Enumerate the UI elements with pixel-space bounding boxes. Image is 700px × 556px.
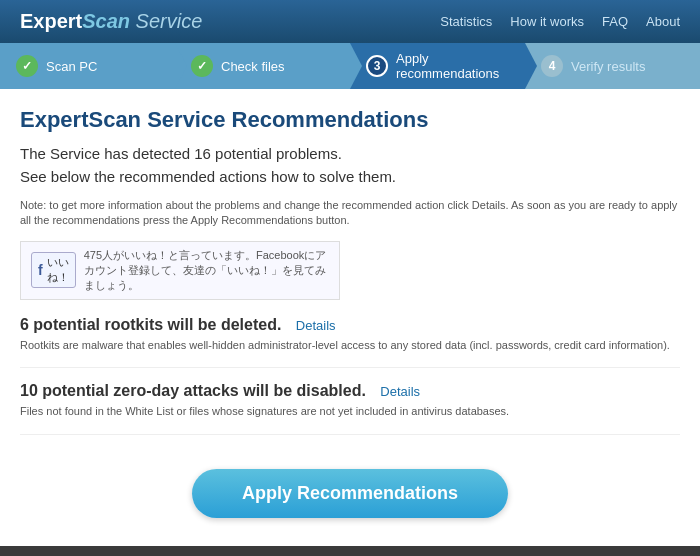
step-3-label: Apply recommendations (396, 51, 509, 81)
note-text: Note: to get more information about the … (20, 198, 680, 229)
step-2-label: Check files (221, 59, 285, 74)
logo-service: Service (130, 10, 202, 32)
header: ExpertScan Service Statistics How it wor… (0, 0, 700, 43)
step-verify-results: 4 Verify results (525, 43, 700, 89)
apply-button-container: Apply Recommendations (20, 449, 680, 528)
page-title: ExpertScan Service Recommendations (20, 107, 680, 133)
rec-zeroday-details-link[interactable]: Details (380, 384, 420, 399)
fb-like-label: いいね！ (47, 255, 69, 285)
step-check-files: Check files (175, 43, 350, 89)
logo: ExpertScan Service (20, 10, 202, 33)
fb-like-button[interactable]: f いいね！ (31, 252, 76, 288)
step-1-label: Scan PC (46, 59, 97, 74)
nav-faq[interactable]: FAQ (602, 14, 628, 29)
step-1-circle (16, 55, 38, 77)
rec-zeroday-title: 10 potential zero-day attacks will be di… (20, 382, 680, 400)
apply-recommendations-button[interactable]: Apply Recommendations (192, 469, 508, 518)
nav-statistics[interactable]: Statistics (440, 14, 492, 29)
subtitle-line1: The Service has detected 16 potential pr… (20, 143, 680, 166)
step-3-circle: 3 (366, 55, 388, 77)
nav-about[interactable]: About (646, 14, 680, 29)
step-apply-recommendations: 3 Apply recommendations (350, 43, 525, 89)
rec-rootkits-title: 6 potential rootkits will be deleted. De… (20, 316, 680, 334)
nav-how-it-works[interactable]: How it works (510, 14, 584, 29)
rec-rootkits-details-link[interactable]: Details (296, 318, 336, 333)
step-2-circle (191, 55, 213, 77)
footer: f t g+ ▶ FileLab All rights reserved © A… (0, 546, 700, 556)
subtitle: The Service has detected 16 potential pr… (20, 143, 680, 188)
subtitle-line2: See below the recommended actions how to… (20, 166, 680, 189)
facebook-icon: f (38, 262, 43, 278)
step-4-circle: 4 (541, 55, 563, 77)
recommendation-rootkits: 6 potential rootkits will be deleted. De… (20, 316, 680, 368)
main-nav: Statistics How it works FAQ About (440, 14, 680, 29)
steps-bar: Scan PC Check files 3 Apply recommendati… (0, 43, 700, 89)
logo-expert: Expert (20, 10, 82, 32)
fb-likes-text: 475人がいいね！と言っています。Facebookにアカウント登録して、友達の「… (84, 248, 329, 293)
step-4-label: Verify results (571, 59, 645, 74)
step-scan-pc: Scan PC (0, 43, 175, 89)
main-content: ExpertScan Service Recommendations The S… (0, 89, 700, 546)
rec-zeroday-text: 10 potential zero-day attacks will be di… (20, 382, 366, 399)
facebook-widget: f いいね！ 475人がいいね！と言っています。Facebookにアカウント登録… (20, 241, 340, 300)
recommendation-zeroday: 10 potential zero-day attacks will be di… (20, 382, 680, 434)
logo-scan: Scan (82, 10, 130, 32)
rec-rootkits-desc: Rootkits are malware that enables well-h… (20, 338, 680, 353)
rec-zeroday-desc: Files not found in the White List or fil… (20, 404, 680, 419)
rec-rootkits-text: 6 potential rootkits will be deleted. (20, 316, 281, 333)
